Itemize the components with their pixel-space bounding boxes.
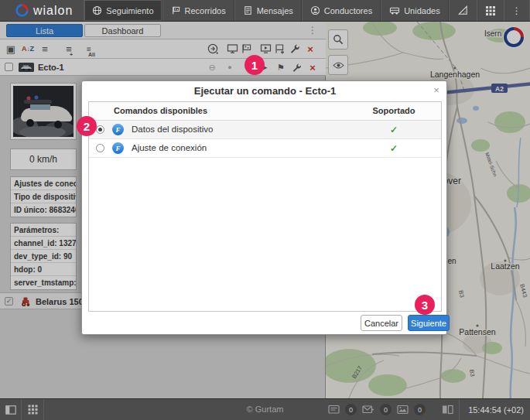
nav-label: Conductores: [324, 6, 372, 15]
bottom-status-bar: © Gurtam 0 0 0 15:44:54 (+02): [0, 398, 530, 420]
media-count-badge[interactable]: 0: [414, 404, 426, 415]
cancel-button[interactable]: Cancelar: [361, 315, 402, 331]
nav-tracks[interactable]: Recorridos: [162, 0, 234, 21]
next-button[interactable]: Siguiente: [408, 315, 450, 331]
command-label: Ajuste de conexión: [132, 143, 207, 152]
execute-command-dialog: Ejecutar un comando - Ecto-1 × Comandos …: [81, 80, 447, 335]
command-label: Datos del dispositivo: [132, 125, 213, 134]
clock-time: 15:44:54 (+02): [465, 405, 524, 415]
footer-status-cluster: 0 0 0 15:44:54 (+02): [328, 399, 524, 420]
nav-label: Recorridos: [185, 6, 226, 15]
wialon-logo: wialon: [0, 0, 84, 21]
main-menu: Seguimiento Recorridos Mensajes Conducto…: [84, 0, 448, 21]
step-badge-2: 2: [77, 116, 97, 136]
nav-monitoring[interactable]: Seguimiento: [84, 0, 162, 21]
step-badge-1: 1: [244, 55, 265, 75]
commands-table: Comandos disponibles Soportado F Datos d…: [88, 101, 442, 312]
track-flag-icon: [171, 5, 181, 15]
brand-name: wialon: [33, 4, 73, 18]
command-icon: F: [112, 124, 124, 135]
footer-divider: [459, 399, 460, 420]
bus-icon: [389, 5, 400, 15]
wialon-swirl-icon: [15, 4, 29, 17]
radio-unselected[interactable]: [96, 144, 104, 152]
more-menu-button[interactable]: ⋮: [504, 0, 529, 21]
messages-envelope-icon[interactable]: [362, 405, 374, 415]
step-badge-3: 3: [415, 295, 435, 315]
command-row-connection-settings[interactable]: F Ajuste de conexión ✓: [89, 139, 441, 158]
column-supported: Soportado: [370, 106, 418, 115]
kebab-icon: ⋮: [512, 5, 521, 16]
messages-count-badge[interactable]: 0: [380, 404, 392, 415]
command-row-device-data[interactable]: F Datos del dispositivo ✓: [89, 121, 441, 139]
apps-button[interactable]: [477, 0, 504, 21]
notifications-count-badge[interactable]: 0: [345, 404, 357, 415]
radio-selected[interactable]: [96, 125, 104, 134]
table-header-row: Comandos disponibles Soportado: [89, 102, 441, 121]
nav-label: Unidades: [404, 6, 439, 15]
close-icon[interactable]: ×: [430, 84, 443, 97]
supported-check-icon: ✓: [370, 125, 418, 135]
nav-units[interactable]: Unidades: [381, 0, 448, 21]
apps-grid-icon: [485, 5, 496, 16]
top-right-tools: ⋮ user: [449, 0, 530, 21]
globe-icon: [92, 5, 102, 15]
wialon-app-window: wialon Seguimiento Recorridos Mensajes C…: [0, 0, 530, 420]
nav-label: Mensajes: [257, 6, 293, 15]
driver-icon: [310, 5, 320, 15]
nav-label: Seguimiento: [106, 6, 153, 15]
notifications-icon[interactable]: [328, 405, 340, 415]
dialog-title: Ejecutar un comando - Ecto-1: [82, 81, 448, 101]
layout-columns-icon[interactable]: [442, 405, 453, 415]
nav-messages[interactable]: Mensajes: [234, 0, 302, 21]
command-icon: F: [112, 142, 124, 154]
document-icon: [243, 5, 253, 15]
supported-check-icon: ✓: [370, 143, 418, 154]
column-commands: Comandos disponibles: [114, 106, 207, 115]
top-nav-bar: wialon Seguimiento Recorridos Mensajes C…: [0, 0, 530, 22]
nav-drivers[interactable]: Conductores: [302, 0, 381, 21]
ruler-icon: [457, 5, 469, 16]
media-photo-icon[interactable]: [397, 405, 409, 415]
tools-button[interactable]: [449, 0, 477, 21]
